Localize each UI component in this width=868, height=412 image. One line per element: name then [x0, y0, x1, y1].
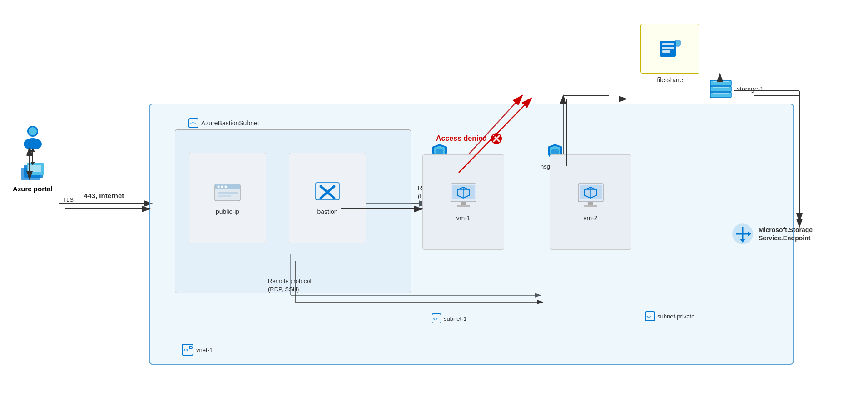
- vnet-1-icon: <>: [182, 344, 193, 356]
- portal-icon: [20, 163, 45, 183]
- service-endpoint-label2: Service.Endpoint: [759, 234, 813, 242]
- svg-point-24: [218, 186, 220, 188]
- svg-point-25: [221, 186, 223, 188]
- svg-text:<>: <>: [183, 347, 188, 352]
- public-ip-box: public-ip: [189, 153, 266, 243]
- svg-rect-39: [461, 202, 466, 205]
- subnet-1-section: <> subnet-1: [432, 313, 467, 323]
- access-denied-icon: [491, 133, 502, 144]
- file-share-section: file-share: [640, 24, 699, 84]
- subnet-1-label: subnet-1: [444, 315, 467, 322]
- svg-rect-49: [584, 205, 597, 207]
- storage-section: storage-1: [709, 79, 764, 99]
- vm-2-label: vm-2: [583, 214, 597, 222]
- service-endpoint-icon: [731, 223, 754, 245]
- diagram-container: Azure portal TLS 443, Internet <> AzureB…: [0, 0, 868, 412]
- access-denied-section: Access denied: [436, 133, 502, 144]
- storage-icon: [709, 79, 732, 99]
- azure-portal-section: Azure portal: [13, 125, 53, 193]
- svg-rect-64: [662, 47, 674, 49]
- public-ip-label: public-ip: [216, 208, 239, 215]
- tls-label: TLS: [63, 196, 74, 203]
- svg-text:<>: <>: [433, 317, 438, 321]
- bastion-subnet-label: <> AzureBastionSubnet: [188, 118, 259, 128]
- public-ip-icon: [214, 181, 241, 204]
- remote-protocol-label-2: Remote protocol (RDP, SSH): [268, 277, 311, 293]
- service-endpoint-section: Microsoft.Storage Service.Endpoint: [731, 223, 813, 245]
- svg-point-15: [29, 127, 37, 135]
- azure-portal-label: Azure portal: [13, 185, 53, 193]
- svg-rect-48: [588, 202, 593, 205]
- service-endpoint-label: Microsoft.Storage: [759, 226, 813, 234]
- subnet-private-icon: <>: [645, 311, 655, 321]
- svg-point-26: [225, 186, 227, 188]
- vm-1-box: vm-1: [422, 154, 504, 250]
- person-icon: [21, 125, 45, 150]
- svg-rect-70: [710, 92, 731, 98]
- svg-rect-19: [28, 165, 41, 172]
- bastion-subnet-box: public-ip bastion: [175, 129, 411, 293]
- subnet-private-label: subnet-private: [657, 313, 694, 320]
- vnet-1-section: <> vnet-1: [182, 344, 213, 356]
- access-denied-label: Access denied: [436, 134, 487, 143]
- subnet-private-section: <> subnet-private: [645, 311, 694, 321]
- storage-label: storage-1: [737, 85, 764, 93]
- vm-2-box: vm-2: [550, 154, 631, 250]
- file-share-label: file-share: [657, 76, 683, 84]
- svg-point-58: [190, 347, 192, 348]
- svg-rect-65: [662, 50, 670, 53]
- svg-rect-28: [218, 195, 231, 197]
- connection-label: 443, Internet: [84, 192, 124, 199]
- svg-rect-27: [218, 192, 238, 194]
- azurebastion-subnet-icon: <>: [188, 118, 198, 128]
- svg-point-14: [24, 138, 42, 149]
- file-share-box: [640, 24, 699, 74]
- bastion-icon: [314, 181, 341, 204]
- subnet-1-icon: <>: [432, 313, 441, 323]
- svg-point-67: [676, 41, 680, 45]
- vm-1-label: vm-1: [456, 214, 470, 222]
- bastion-box: bastion: [289, 153, 366, 243]
- svg-rect-63: [662, 43, 674, 45]
- svg-rect-69: [710, 86, 731, 92]
- vm-1-icon: [449, 183, 478, 210]
- bastion-label: bastion: [317, 208, 337, 215]
- vm-2-icon: [576, 183, 605, 210]
- file-share-icon: [658, 39, 683, 59]
- svg-text:<>: <>: [646, 314, 651, 319]
- svg-rect-68: [710, 80, 731, 86]
- svg-rect-40: [457, 205, 470, 207]
- svg-text:<>: <>: [190, 121, 196, 126]
- vnet-1-label: vnet-1: [196, 347, 213, 353]
